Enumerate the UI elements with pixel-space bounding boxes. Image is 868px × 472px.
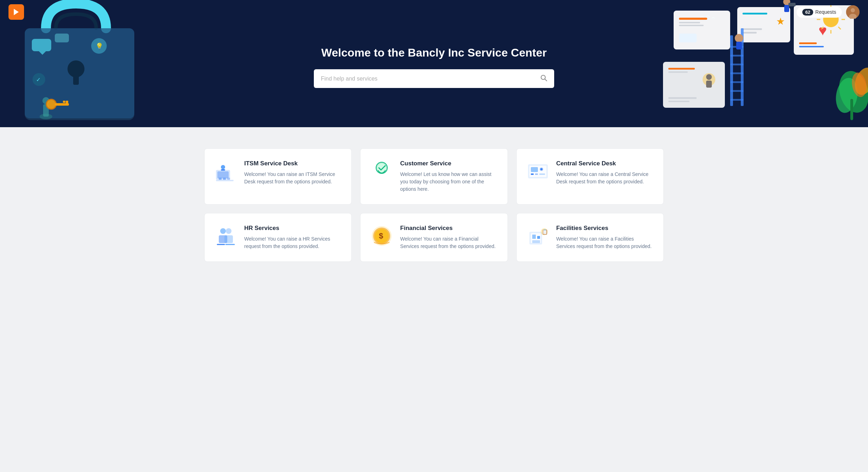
svg-point-18 [46,99,56,109]
svg-rect-83 [216,180,234,181]
service-title-financial: Financial Services [400,225,497,232]
svg-rect-8 [32,39,51,51]
svg-rect-81 [223,178,226,180]
service-title-hr: HR Services [244,225,341,232]
svg-rect-39 [668,68,695,70]
svg-rect-31 [743,32,757,34]
top-navigation: 62 Requests [0,0,868,24]
hero-title: Welcome to the Bancly Inc Service Center [303,46,565,59]
svg-rect-40 [668,71,688,73]
service-card-facilities[interactable]: 📋 Facilities Services Welcome! You can r… [516,213,664,262]
requests-label: Requests [815,9,836,15]
service-card-financial[interactable]: $ Financial Services Welcome! You can ra… [360,213,508,262]
service-info-itsm: ITSM Service Desk Welcome! You can raise… [244,160,341,185]
svg-point-94 [220,228,226,234]
svg-rect-82 [227,178,230,180]
service-desc-facilities: Welcome! You can raise a Facilities Serv… [556,235,653,250]
svg-point-95 [226,228,231,234]
svg-rect-44 [668,97,697,99]
svg-rect-37 [799,46,824,47]
service-card-itsm[interactable]: ITSM Service Desk Welcome! You can raise… [204,148,352,205]
service-info-financial: Financial Services Welcome! You can rais… [400,225,497,250]
svg-rect-50 [730,64,744,65]
svg-rect-43 [706,81,712,88]
svg-rect-36 [799,42,817,44]
svg-marker-0 [14,9,19,15]
service-icon-itsm [215,160,237,183]
requests-badge: 62 [802,9,813,16]
main-content: ITSM Service Desk Welcome! You can raise… [0,127,868,283]
service-info-facilities: Facilities Services Welcome! You can rai… [556,225,653,250]
svg-rect-51 [730,72,744,74]
service-icon-facilities: 📋 [527,225,549,247]
svg-rect-53 [730,90,744,92]
service-icon-hr [215,225,237,247]
service-title-facilities: Facilities Services [556,225,653,232]
svg-text:$: $ [379,231,383,240]
svg-point-55 [735,34,743,42]
svg-rect-20 [66,101,68,104]
service-title-customer: Customer Service [400,160,497,167]
svg-rect-45 [668,101,690,102]
service-title-itsm: ITSM Service Desk [244,160,341,167]
svg-rect-79 [221,169,225,171]
service-card-central[interactable]: Central Service Desk Welcome! You can ra… [516,148,664,205]
svg-rect-7 [73,74,79,85]
service-title-central: Central Service Desk [556,160,653,167]
search-icon [540,74,547,81]
service-card-hr[interactable]: HR Services Welcome! You can raise a HR … [204,213,352,262]
svg-rect-26 [679,34,697,42]
svg-point-84 [376,162,387,173]
search-bar [314,69,554,88]
service-desc-financial: Welcome! You can raise a Financial Servi… [400,235,497,250]
svg-point-2 [851,8,855,12]
svg-rect-80 [219,178,222,180]
nav-right: 62 Requests [797,5,860,19]
search-button[interactable] [540,74,547,83]
svg-line-75 [545,79,547,81]
svg-text:📋: 📋 [542,229,548,235]
svg-rect-21 [63,101,65,103]
service-desc-itsm: Welcome! You can raise an ITSM Service D… [244,171,341,185]
service-icon-central [527,160,549,183]
svg-rect-90 [535,173,538,175]
svg-text:✓: ✓ [36,77,41,83]
svg-rect-59 [850,99,853,120]
svg-rect-77 [217,171,229,178]
service-info-hr: HR Services Welcome! You can raise a HR … [244,225,341,250]
svg-rect-10 [55,34,69,42]
svg-rect-106 [532,235,536,239]
svg-rect-25 [679,25,704,26]
svg-rect-56 [736,42,742,49]
svg-point-42 [706,74,712,80]
svg-point-74 [541,75,545,79]
svg-rect-19 [55,103,69,106]
svg-rect-108 [532,240,540,243]
service-desc-hr: Welcome! You can raise a HR Services req… [244,235,341,250]
service-desc-customer: Welcome! Let us know how we can assist y… [400,171,497,193]
svg-rect-89 [531,173,534,175]
service-desc-central: Welcome! You can raise a Central Service… [556,171,653,185]
svg-rect-93 [539,173,545,175]
service-info-central: Central Service Desk Welcome! You can ra… [556,160,653,185]
svg-point-92 [540,168,542,170]
app-logo[interactable] [8,4,24,20]
svg-rect-30 [743,28,762,30]
svg-rect-97 [224,235,233,243]
svg-rect-49 [730,55,744,57]
service-icon-financial: $ [370,225,393,247]
requests-button[interactable]: 62 Requests [797,7,842,18]
hero-content: Welcome to the Bancly Inc Service Center [296,18,572,109]
service-info-customer: Customer Service Welcome! Let us know ho… [400,160,497,193]
avatar[interactable] [846,5,860,19]
service-grid: ITSM Service Desk Welcome! You can raise… [204,148,664,262]
svg-rect-54 [730,99,744,101]
svg-rect-107 [537,236,540,239]
svg-text:💡: 💡 [95,42,104,50]
search-input[interactable] [321,76,540,82]
service-card-customer[interactable]: Customer Service Welcome! Let us know ho… [360,148,508,205]
svg-rect-88 [531,167,538,172]
svg-point-78 [221,165,225,169]
service-icon-customer [370,160,393,183]
svg-rect-52 [730,81,744,83]
